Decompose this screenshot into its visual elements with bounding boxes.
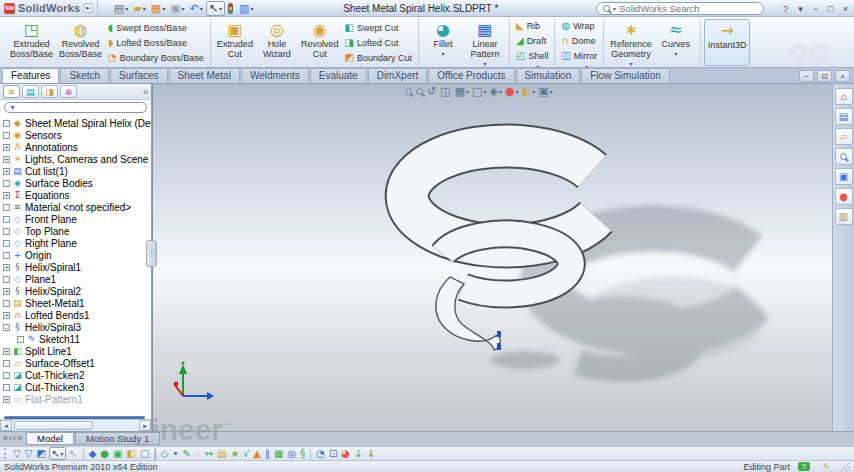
lofted-cut-button[interactable]: ◨ Lofted Cut: [341, 36, 415, 50]
view-orientation-icon[interactable]: ▦ ▾: [455, 86, 469, 97]
chevron-right-icon[interactable]: »: [143, 87, 148, 97]
minimize-button[interactable]: −: [809, 2, 822, 15]
extruded-cut-button[interactable]: ▣ Extruded Cut: [214, 19, 256, 66]
expander-icon[interactable]: +: [3, 156, 10, 163]
dropdown-caret-icon[interactable]: ▾: [143, 5, 146, 12]
expander-icon[interactable]: [3, 240, 10, 247]
expander-icon[interactable]: +: [3, 348, 10, 355]
expander-icon[interactable]: +: [3, 144, 10, 151]
scroll-left-icon[interactable]: ◂: [0, 420, 12, 431]
filter-routing-icon[interactable]: §: [299, 447, 306, 460]
propertymanager-tab-icon[interactable]: ▤: [22, 85, 39, 98]
box-select-icon[interactable]: ⊡: [328, 447, 338, 460]
apply-scene-icon[interactable]: ◐ ▾: [522, 86, 536, 97]
tree-item[interactable]: + § Helix/Spiral2: [2, 285, 151, 297]
panel-horizontal-scrollbar[interactable]: ◂ ▸: [0, 419, 151, 431]
tree-item[interactable]: ◆ Sheet Metal Spiral Helix (Default<<Def…: [2, 117, 151, 129]
expander-icon[interactable]: -: [3, 324, 10, 331]
select-cursor-icon[interactable]: ↖ ▾: [49, 447, 66, 460]
command-tab[interactable]: Surfaces: [110, 68, 167, 83]
filter-input[interactable]: [19, 103, 142, 112]
filter-vertices-icon[interactable]: ●: [99, 447, 110, 460]
graphics-area[interactable]: ↺ ◫ ▦ ▾ □ ▾ ◈ ▾ ● ▾ ◐: [152, 84, 832, 431]
divider[interactable]: [310, 448, 311, 460]
pencil-icon[interactable]: ✎: [820, 462, 832, 471]
mirror-button[interactable]: ◫ Mirror: [558, 49, 600, 63]
dropdown-caret-icon[interactable]: ▾: [219, 5, 222, 12]
tree-item[interactable]: + ∩ Lofted Bends1: [2, 309, 151, 321]
rebuild-icon[interactable]: [226, 1, 236, 16]
filter-planes-icon[interactable]: ◇: [160, 447, 170, 460]
power-select-icon[interactable]: ◔: [315, 447, 326, 460]
help-button[interactable]: ?: [779, 2, 792, 15]
filter-datums-icon[interactable]: ∗: [230, 447, 240, 460]
dome-button[interactable]: ∩ Dome: [558, 34, 600, 48]
file-explorer-icon[interactable]: ▱: [835, 128, 853, 145]
swept-boss-base-button[interactable]: ◖ Swept Boss/Base: [105, 21, 207, 35]
linear-pattern-button[interactable]: ▦ Linear Pattern ▾: [464, 19, 506, 66]
display-style-icon[interactable]: □ ▾: [472, 86, 486, 97]
command-tab[interactable]: Weldments: [241, 68, 309, 83]
filter-points-icon[interactable]: •: [172, 447, 180, 460]
swept-cut-button[interactable]: ◧ Swept Cut: [341, 21, 415, 35]
doc-minimize-button[interactable]: −: [799, 70, 814, 82]
open-icon[interactable]: ▰ ▾: [131, 1, 147, 16]
expander-icon[interactable]: [3, 120, 10, 127]
command-tab[interactable]: Evaluate: [310, 68, 367, 83]
expander-icon[interactable]: +: [3, 168, 10, 175]
resize-grip[interactable]: [840, 462, 850, 471]
expander-icon[interactable]: [3, 384, 10, 391]
select-icon[interactable]: ↖ ▾: [206, 1, 225, 16]
expander-icon[interactable]: [3, 228, 10, 235]
filter-surface-icon[interactable]: ▣: [112, 447, 123, 460]
expander-icon[interactable]: [3, 180, 10, 187]
expander-icon[interactable]: +: [3, 312, 10, 319]
command-tab[interactable]: Sketch: [60, 68, 109, 83]
tree-item[interactable]: ▱ Surface-Offset1: [2, 357, 151, 369]
filter-faces-icon[interactable]: ◩: [35, 447, 46, 460]
filter-box[interactable]: ▼: [4, 102, 147, 113]
tab-scroll-right-icon[interactable]: ›: [13, 434, 16, 443]
dropdown-caret-icon[interactable]: ▾: [250, 5, 253, 12]
undo-icon[interactable]: ↶ ▾: [188, 1, 205, 16]
expander-icon[interactable]: +: [3, 264, 10, 271]
previous-view-icon[interactable]: ↺: [427, 86, 437, 97]
command-tab[interactable]: DimXpert: [368, 68, 428, 83]
draft-button[interactable]: ◢ Draft: [513, 34, 551, 48]
lofted-boss-base-button[interactable]: ◗ Lofted Boss/Base: [105, 36, 207, 50]
filter-surface-finish-icon[interactable]: √: [242, 447, 250, 460]
options-icon[interactable]: ▥ ▾: [237, 1, 255, 16]
tree-item[interactable]: ◪ Cut-Thicken2: [2, 369, 151, 381]
expander-icon[interactable]: [3, 276, 10, 283]
filter-midpoints-icon[interactable]: ◦: [194, 447, 202, 460]
wrap-button[interactable]: ◍ Wrap: [558, 19, 600, 33]
sphere-select-icon[interactable]: ◕: [340, 447, 351, 460]
hide-show-items-icon[interactable]: ◈ ▾: [489, 86, 501, 97]
document-tab[interactable]: Motion Study 1: [75, 432, 160, 445]
isolate-icon[interactable]: ↓: [353, 447, 363, 460]
tree-item[interactable]: + § Helix/Spiral1: [2, 261, 151, 273]
tree-item[interactable]: + Origin: [2, 249, 151, 261]
new-document-icon[interactable]: ▤ ▾: [112, 1, 130, 16]
quick-tips-icon[interactable]: ?: [798, 462, 810, 471]
tree-item[interactable]: + ▭ Flat-Pattern1: [2, 393, 151, 405]
filter-sketch-icon[interactable]: ✎: [181, 447, 191, 460]
tree-item[interactable]: ◇ Front Plane: [2, 213, 151, 225]
revolved-cut-button[interactable]: ◉ Revolved Cut: [298, 19, 342, 66]
expander-icon[interactable]: [3, 300, 10, 307]
tree-item[interactable]: + A Annotations: [2, 141, 151, 153]
instant3d-button[interactable]: → Instant3D: [704, 19, 751, 66]
zoom-fit-icon[interactable]: [405, 88, 413, 95]
tree-item[interactable]: + Σ Equations: [2, 189, 151, 201]
dropdown-caret-icon[interactable]: ▾: [200, 5, 203, 12]
command-tab[interactable]: Features: [2, 68, 59, 83]
save-icon[interactable]: ▦ ▾: [149, 1, 167, 16]
curves-button[interactable]: ≈ Curves ▾: [655, 19, 697, 66]
scrollbar-thumb[interactable]: [14, 421, 93, 430]
expander-icon[interactable]: [3, 372, 10, 379]
tree-item[interactable]: ◇ Top Plane: [2, 225, 151, 237]
filter-toggle-icon[interactable]: ▽: [12, 447, 22, 460]
tree-item[interactable]: ▤ Sheet-Metal1: [2, 297, 151, 309]
dropdown-caret-icon[interactable]: ▾: [125, 5, 128, 12]
edit-appearance-icon[interactable]: ● ▾: [505, 86, 519, 97]
